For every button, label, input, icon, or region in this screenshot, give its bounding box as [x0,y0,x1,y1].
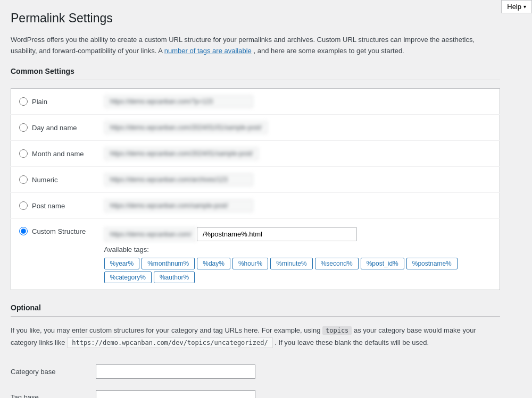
optional-desc-after: . If you leave these blank the defaults … [275,338,429,346]
numeric-url-preview: https://demo.wpcanban.com/archives/123 [104,173,253,186]
page-description: WordPress offers you the ability to crea… [11,35,500,57]
tags-container: %year% %monthnum% %day% %hour% %minute% … [104,258,492,283]
day-name-label: Day and name [32,124,77,132]
tag-button-post-id[interactable]: %post_id% [361,258,404,269]
post-name-radio-label[interactable]: Post name [19,201,88,210]
table-row: Day and name https://demo.wpcanban.com/2… [11,115,500,141]
numeric-label: Numeric [32,176,57,184]
post-name-label: Post name [32,202,65,210]
custom-structure-label: Custom Structure [32,227,86,235]
table-row: Custom Structure https://demo.wpcanban.c… [11,219,500,290]
category-base-label: Category base [11,368,56,376]
optional-title: Optional [11,303,500,317]
tag-button-day[interactable]: %day% [197,258,230,269]
optional-table: Category base Tag base [11,359,500,398]
day-name-radio[interactable] [19,123,28,132]
optional-description: If you like, you may enter custom struct… [11,325,500,348]
table-row: Post name https://demo.wpcanban.com/samp… [11,193,500,219]
custom-structure-inputs: https://demo.wpcanban.com/ [104,227,492,241]
available-tags-label: Available tags: [104,245,492,253]
month-name-radio-label[interactable]: Month and name [19,149,88,158]
tag-button-year[interactable]: %year% [104,258,140,269]
plain-radio[interactable] [19,97,28,106]
tag-button-minute[interactable]: %minute% [270,258,312,269]
tag-base-input[interactable] [96,390,255,398]
help-button[interactable]: Help ▾ [501,0,532,13]
numeric-radio[interactable] [19,175,28,184]
tag-button-monthnum[interactable]: %monthnum% [142,258,195,269]
custom-structure-input[interactable] [197,227,356,241]
common-settings-table: Plain https://demo.wpcanban.com/?p=123 D… [11,88,500,290]
help-label: Help [507,3,521,11]
month-name-radio[interactable] [19,149,28,158]
month-name-label: Month and name [32,150,84,158]
post-name-radio[interactable] [19,201,28,210]
topics-badge: topics [322,326,352,335]
table-row: Month and name https://demo.wpcanban.com… [11,141,500,167]
tag-button-category[interactable]: %category% [104,272,152,283]
page-wrapper: Help ▾ Permalink Settings WordPress offe… [0,0,532,398]
content-area: Permalink Settings WordPress offers you … [0,0,511,398]
custom-structure-radio[interactable] [19,227,28,235]
custom-structure-prefix: https://demo.wpcanban.com/ [104,227,197,241]
common-settings-title: Common Settings [11,67,500,80]
tags-available-link[interactable]: number of tags are available [164,47,252,55]
table-row: Tag base [11,384,500,398]
post-name-url-preview: https://demo.wpcanban.com/sample-post/ [104,199,253,212]
plain-radio-label[interactable]: Plain [19,97,88,106]
optional-desc-before: If you like, you may enter custom struct… [11,326,322,334]
custom-structure-radio-label[interactable]: Custom Structure [19,227,88,235]
tag-button-second[interactable]: %second% [315,258,359,269]
plain-label: Plain [32,98,47,106]
description-text-2: , and here are some examples to get you … [253,47,404,55]
chevron-down-icon: ▾ [523,4,526,10]
page-title: Permalink Settings [11,11,500,27]
month-name-url-preview: https://demo.wpcanban.com/2024/01/sample… [104,147,259,160]
tag-button-author[interactable]: %author% [154,272,195,283]
tag-base-label: Tag base [11,393,39,398]
table-row: Category base [11,359,500,385]
example-url: https://demo.wpcanban.com/dev/topics/unc… [67,337,272,348]
day-name-radio-label[interactable]: Day and name [19,123,88,132]
tag-button-postname[interactable]: %postname% [406,258,458,269]
numeric-radio-label[interactable]: Numeric [19,175,88,184]
table-row: Plain https://demo.wpcanban.com/?p=123 [11,89,500,115]
table-row: Numeric https://demo.wpcanban.com/archiv… [11,167,500,193]
optional-section: Optional If you like, you may enter cust… [11,303,500,398]
tag-button-hour[interactable]: %hour% [232,258,268,269]
plain-url-preview: https://demo.wpcanban.com/?p=123 [104,95,253,108]
day-name-url-preview: https://demo.wpcanban.com/2024/01/01/sam… [104,121,268,134]
category-base-input[interactable] [96,365,255,379]
